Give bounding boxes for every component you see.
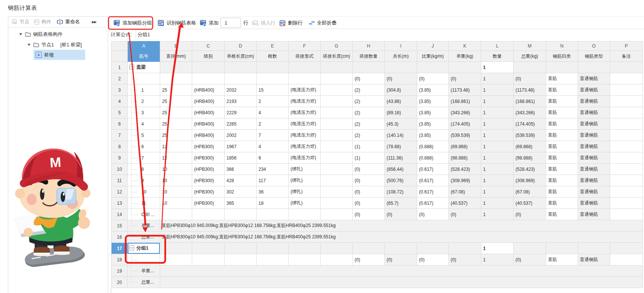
svg-text:M: M (49, 154, 62, 170)
